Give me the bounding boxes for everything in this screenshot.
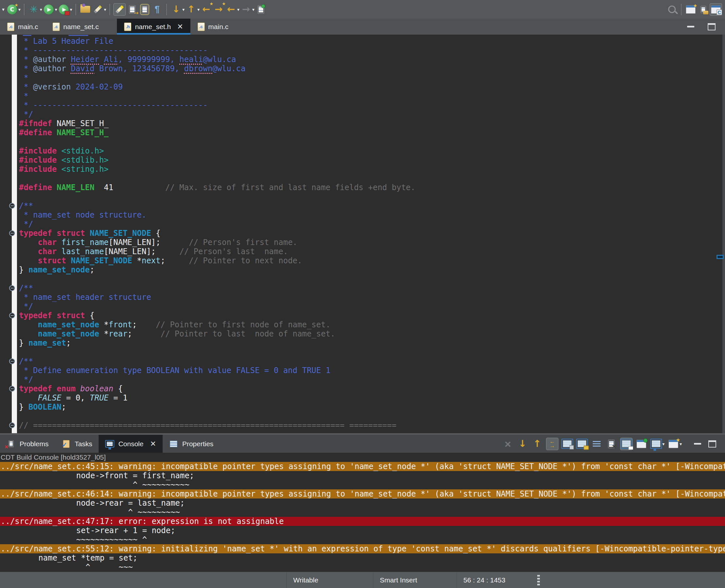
minimize-panel-icon[interactable] xyxy=(692,438,703,450)
editor-tab-main.c[interactable]: .cmain.c xyxy=(190,19,236,35)
next-annotation-icon[interactable]: ↓ xyxy=(170,4,182,15)
show-source-icon[interactable] xyxy=(139,4,151,15)
link-console-icon[interactable] xyxy=(636,438,647,450)
forward-jump-icon[interactable]: → xyxy=(213,4,225,15)
panel-tab-Tasks[interactable]: Tasks xyxy=(55,435,99,453)
overview-ruler[interactable] xyxy=(722,35,725,433)
display-selected-console-icon[interactable]: ▾ xyxy=(650,438,665,450)
back-history-icon-dropdown[interactable]: ▾ xyxy=(237,7,239,12)
profile-icon-dropdown[interactable]: ▾ xyxy=(70,7,72,12)
open-console-icon[interactable]: ▾ xyxy=(667,438,682,450)
last-edit-location-icon[interactable] xyxy=(255,4,267,15)
status-bar-drag-handle[interactable] xyxy=(537,575,540,586)
run-icon-dropdown[interactable]: ▾ xyxy=(55,7,57,12)
open-console-icon[interactable] xyxy=(667,438,679,450)
c-cpp-perspective-icon[interactable] xyxy=(710,3,722,16)
fold-collapse-icon[interactable] xyxy=(9,230,15,236)
maximize-panel-icon[interactable] xyxy=(706,438,718,450)
back-history-icon[interactable]: ←▾ xyxy=(225,4,239,15)
editor-tab-name_set.h[interactable]: .hname_set.h✕ xyxy=(117,19,190,35)
code-editor[interactable]: * Lab 5 Header File * ------------------… xyxy=(0,35,725,433)
run-icon[interactable]: ▾ xyxy=(43,4,57,15)
display-selected-console-icon[interactable] xyxy=(650,438,662,450)
fold-collapse-icon[interactable] xyxy=(9,422,15,428)
editor-tab-name_set.c[interactable]: .cname_set.c xyxy=(45,19,106,35)
display-selected-console-icon-dropdown[interactable]: ▾ xyxy=(662,441,665,446)
fold-collapse-icon[interactable] xyxy=(9,285,15,291)
next-edit-icon[interactable]: → xyxy=(126,4,138,15)
previous-annotation-icon[interactable]: ↑ xyxy=(185,4,197,15)
run-icon[interactable] xyxy=(43,4,55,15)
overview-ruler-marker[interactable] xyxy=(717,255,724,259)
scroll-lock-icon[interactable] xyxy=(576,438,588,450)
new-c-project-icon-dropdown[interactable]: ▾ xyxy=(18,7,21,12)
open-perspective-icon[interactable] xyxy=(685,4,697,15)
show-whitespace-icon[interactable] xyxy=(151,4,163,15)
open-perspective-icon[interactable] xyxy=(685,4,697,15)
next-edit-icon[interactable]: → xyxy=(126,4,138,15)
next-error-icon[interactable]: ↓ xyxy=(517,438,528,450)
panel-tab-Properties[interactable]: Properties xyxy=(163,435,220,453)
pin-console-icon[interactable] xyxy=(620,438,633,450)
back-jump-icon[interactable]: ← xyxy=(200,4,212,15)
search-icon[interactable] xyxy=(666,4,678,15)
next-annotation-icon[interactable]: ↓▾ xyxy=(170,4,185,15)
overflow-chevron-icon[interactable] xyxy=(1,4,5,15)
marker-pen-icon-dropdown[interactable]: ▾ xyxy=(104,7,106,12)
previous-annotation-icon[interactable]: ↑▾ xyxy=(185,4,199,15)
marker-pen-icon[interactable] xyxy=(92,4,104,15)
maximize-panel-icon[interactable] xyxy=(706,438,718,450)
open-folder-icon[interactable] xyxy=(79,4,91,15)
word-wrap-icon[interactable] xyxy=(591,438,602,450)
debug-icon-dropdown[interactable]: ▾ xyxy=(40,7,42,12)
search-icon[interactable] xyxy=(666,4,678,15)
show-source-icon[interactable] xyxy=(139,4,151,15)
mark-occurrences-toggle-icon[interactable] xyxy=(113,3,126,16)
overflow-chevron-icon[interactable] xyxy=(1,4,5,15)
forward-jump-icon[interactable]: → xyxy=(213,4,225,15)
maximize-icon[interactable] xyxy=(706,21,718,33)
editor-tab-main.c[interactable]: .cmain.c xyxy=(0,19,45,35)
new-c-project-icon[interactable]: ▾ xyxy=(6,4,21,15)
save-console-icon[interactable] xyxy=(561,438,573,450)
fold-collapse-icon[interactable] xyxy=(9,358,15,364)
close-tab-icon[interactable]: ✕ xyxy=(150,440,156,447)
fold-collapse-icon[interactable] xyxy=(9,386,15,392)
clear-console-icon[interactable] xyxy=(605,438,617,450)
last-edit-location-icon[interactable] xyxy=(255,4,267,15)
profile-icon[interactable] xyxy=(58,4,69,15)
minimize-icon[interactable] xyxy=(685,21,697,33)
new-c-project-icon[interactable] xyxy=(6,4,18,15)
word-wrap-icon[interactable] xyxy=(591,438,602,450)
debug-icon[interactable]: ✳ xyxy=(28,4,40,15)
open-resource-icon[interactable] xyxy=(697,4,709,15)
console-output[interactable]: ../src/name_set.c:45:15: warning: incomp… xyxy=(0,462,725,572)
back-jump-icon[interactable]: ← xyxy=(200,4,212,15)
c-cpp-perspective-icon[interactable] xyxy=(710,3,722,16)
pin-console-icon[interactable] xyxy=(620,438,633,450)
link-console-icon[interactable] xyxy=(636,438,647,450)
show-error-in-editor-toggle-icon[interactable]: ←→ xyxy=(546,438,558,450)
previous-error-icon[interactable]: ↑ xyxy=(531,438,543,450)
next-annotation-icon-dropdown[interactable]: ▾ xyxy=(182,7,185,12)
scroll-lock-icon[interactable] xyxy=(576,438,588,450)
minimize-panel-icon[interactable] xyxy=(692,438,703,450)
fold-collapse-icon[interactable] xyxy=(9,313,15,318)
panel-tab-Problems[interactable]: Problems xyxy=(0,435,55,453)
open-resource-icon[interactable] xyxy=(697,4,709,15)
debug-icon[interactable]: ✳▾ xyxy=(28,4,42,15)
open-folder-icon[interactable] xyxy=(79,4,91,15)
previous-annotation-icon-dropdown[interactable]: ▾ xyxy=(197,7,199,12)
maximize-icon[interactable] xyxy=(706,21,718,33)
forward-history-icon-dropdown[interactable]: ▾ xyxy=(252,7,254,12)
marker-pen-icon[interactable]: ▾ xyxy=(92,4,106,15)
show-whitespace-icon[interactable] xyxy=(151,4,163,15)
save-console-icon[interactable] xyxy=(561,438,573,450)
next-error-icon[interactable]: ↓ xyxy=(517,438,528,450)
close-tab-icon[interactable]: ✕ xyxy=(177,23,183,30)
mark-occurrences-toggle-icon[interactable] xyxy=(113,3,126,16)
minimize-icon[interactable] xyxy=(685,21,697,33)
panel-tab-Console[interactable]: Console✕ xyxy=(99,435,163,453)
previous-error-icon[interactable]: ↑ xyxy=(531,438,543,450)
fold-collapse-icon[interactable] xyxy=(9,203,15,209)
